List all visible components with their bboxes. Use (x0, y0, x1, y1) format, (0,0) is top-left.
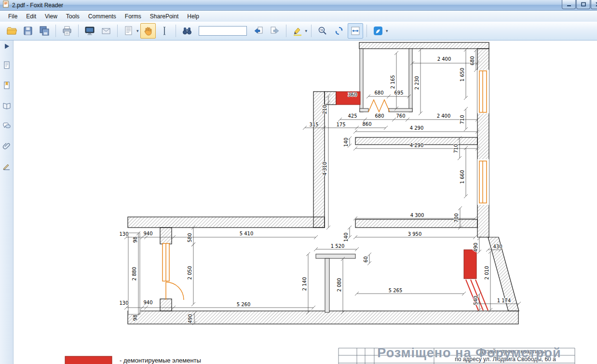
fullscreen-button[interactable] (82, 23, 97, 39)
svg-text:5 410: 5 410 (240, 231, 254, 236)
svg-text:130: 130 (119, 231, 128, 237)
separator (117, 25, 118, 37)
separator (55, 25, 56, 37)
svg-text:430: 430 (493, 244, 502, 249)
svg-text:4 290: 4 290 (410, 143, 424, 148)
svg-text:2 880: 2 880 (132, 267, 137, 281)
menu-help[interactable]: Help (183, 12, 204, 21)
print-button[interactable] (59, 23, 75, 39)
svg-text:490: 490 (188, 314, 193, 323)
separator (366, 25, 367, 37)
minimize-button[interactable] (562, 0, 576, 9)
rotate-view-button[interactable] (331, 23, 347, 39)
foxit-dropdown-arrow[interactable]: ▾ (386, 28, 388, 33)
menu-comments[interactable]: Comments (84, 12, 121, 21)
svg-text:2 165: 2 165 (390, 75, 395, 89)
svg-text:140: 140 (343, 137, 349, 147)
open-button[interactable] (4, 23, 19, 39)
signature-panel-button[interactable] (1, 161, 12, 172)
door-swing-symbol (166, 282, 184, 300)
svg-text:1 520: 1 520 (331, 243, 345, 249)
svg-text:98: 98 (133, 237, 138, 243)
svg-text:360: 360 (348, 92, 357, 97)
next-view-button[interactable] (267, 23, 283, 39)
previous-view-button[interactable] (251, 23, 266, 39)
svg-text:1 660: 1 660 (460, 170, 465, 184)
folding-door-symbol (368, 100, 390, 112)
svg-text:940: 940 (143, 300, 152, 305)
search-input[interactable] (199, 26, 247, 36)
svg-text:680: 680 (470, 56, 475, 65)
svg-text:2 230: 2 230 (414, 76, 420, 90)
svg-text:2 400: 2 400 (437, 56, 451, 62)
select-text-button[interactable] (157, 23, 172, 39)
attachments-panel-button[interactable] (1, 141, 12, 151)
svg-text:860: 860 (362, 121, 371, 127)
separator (311, 25, 312, 37)
svg-text:700: 700 (454, 213, 459, 222)
highlight-dropdown-arrow[interactable]: ▾ (305, 28, 308, 33)
separator (78, 25, 79, 37)
text-viewer-button[interactable] (121, 23, 136, 39)
svg-text:5 265: 5 265 (389, 288, 403, 293)
svg-text:130: 130 (119, 300, 128, 306)
zoom-percent-button[interactable]: % (315, 23, 330, 39)
svg-text:940: 940 (143, 231, 152, 236)
svg-text:2 010: 2 010 (484, 266, 489, 280)
legend-swatch (65, 356, 112, 364)
floor-plan-drawing: 2 4006802 1652 2301 65069568036042568076… (14, 40, 597, 364)
menu-sharepoint[interactable]: SharePoint (146, 12, 183, 21)
email-button[interactable] (98, 23, 114, 39)
svg-text:490: 490 (473, 243, 478, 252)
menu-edit[interactable]: Edit (22, 12, 41, 21)
svg-text:710: 710 (460, 115, 465, 124)
svg-text:710: 710 (453, 144, 459, 153)
window-title: 2.pdf - Foxit Reader (12, 2, 63, 9)
separator (286, 25, 286, 37)
comments-panel-button[interactable] (1, 121, 12, 131)
svg-text:140: 140 (343, 232, 349, 242)
svg-text:98: 98 (133, 315, 138, 321)
text-viewer-dropdown-arrow[interactable]: ▾ (136, 28, 139, 33)
demolished-wall-lines (466, 280, 488, 310)
svg-text:4 290: 4 290 (410, 125, 424, 131)
highlight-button[interactable] (290, 23, 305, 39)
svg-text:210: 210 (322, 105, 327, 114)
hand-tool-button[interactable] (140, 23, 156, 39)
watermark: Розміщено на Форумстрой (377, 346, 561, 360)
svg-text:2 050: 2 050 (187, 266, 192, 280)
svg-text:60: 60 (363, 256, 368, 263)
menu-bar: File Edit View Tools Comments Forms Shar… (0, 11, 597, 22)
svg-text:315: 315 (309, 122, 318, 127)
svg-text:1 174: 1 174 (497, 298, 511, 303)
svg-text:3 950: 3 950 (408, 231, 422, 237)
svg-text:2 080: 2 080 (337, 278, 342, 292)
svg-text:2 140: 2 140 (302, 277, 307, 291)
svg-text:4 310: 4 310 (322, 162, 327, 176)
menu-tools[interactable]: Tools (62, 12, 84, 21)
svg-text:580: 580 (187, 233, 192, 242)
menu-forms[interactable]: Forms (121, 12, 146, 21)
menu-file[interactable]: File (4, 12, 22, 21)
save-button[interactable] (20, 23, 36, 39)
svg-text:680: 680 (375, 113, 384, 119)
save-all-button[interactable] (37, 23, 52, 39)
pages-panel-button[interactable] (1, 60, 12, 70)
bookmarks-panel-button[interactable] (1, 80, 12, 91)
menu-view[interactable]: View (41, 12, 62, 21)
foxit-button[interactable] (370, 23, 386, 39)
svg-text:695: 695 (394, 90, 403, 95)
layers-panel-button[interactable] (1, 100, 12, 111)
maximize-button[interactable] (576, 0, 590, 9)
separator (176, 25, 176, 37)
title-bar: 2.pdf - Foxit Reader (0, 0, 597, 11)
expand-panel-button[interactable] (1, 42, 12, 50)
svg-text:5 260: 5 260 (237, 302, 251, 307)
legend-label: - демонтируемые элементы (120, 357, 201, 364)
svg-text:1 650: 1 650 (460, 68, 465, 82)
fit-width-button[interactable] (348, 23, 363, 39)
main-toolbar: ▾ ▾ % ▾ (0, 22, 597, 40)
document-page[interactable]: 2 4006802 1652 2301 65069568036042568076… (14, 40, 597, 364)
close-button[interactable] (591, 0, 597, 9)
find-button[interactable] (179, 23, 195, 39)
